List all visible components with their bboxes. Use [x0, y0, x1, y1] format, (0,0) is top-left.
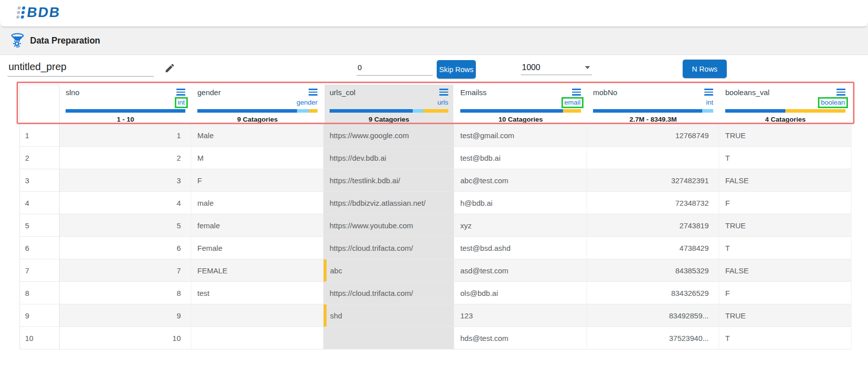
cell-mobNo[interactable]: 83492859... [587, 304, 719, 327]
cell-urls_col[interactable] [324, 327, 454, 349]
column-type-row: int [66, 98, 185, 107]
cell-urls_col[interactable]: https://bdbizviz.atlassian.net/ [324, 192, 454, 214]
cell-mobNo[interactable]: 84385329 [587, 259, 719, 282]
cell-urls_col[interactable]: abc [324, 259, 454, 282]
cell-Emailss[interactable]: h@bdb.ai [454, 192, 587, 214]
cell-slno[interactable]: 7 [60, 259, 191, 282]
cell-booleans_val[interactable]: TRUE [719, 214, 851, 237]
cell-Emailss[interactable]: asd@test.com [454, 259, 587, 282]
cell-mobNo[interactable]: 4738429 [587, 237, 719, 259]
cell-booleans_val[interactable]: T [719, 327, 851, 349]
column-type-row: urls [330, 98, 448, 107]
table-row: 88testhttps://cloud.trifacta.com/ols@bdb… [20, 282, 851, 304]
cell-mobNo[interactable]: 12768749 [587, 124, 719, 147]
column-menu-icon[interactable] [572, 89, 581, 95]
cell-gender[interactable]: M [191, 147, 324, 169]
column-title-row: booleans_val [725, 87, 845, 98]
cell-Emailss[interactable]: test@bsd.ashd [454, 237, 587, 259]
column-quality-bar[interactable] [330, 109, 448, 113]
column-name: slno [66, 88, 80, 97]
quality-bar-segment [702, 109, 713, 113]
cell-booleans_val[interactable]: T [719, 147, 851, 169]
cell-slno[interactable]: 8 [60, 282, 191, 304]
table-row: 77FEMALEabcasd@test.com84385329FALSE [20, 259, 851, 282]
cell-urls_col[interactable]: https://www.google.com [324, 124, 454, 147]
column-type-label: int [706, 99, 713, 106]
cell-slno[interactable]: 9 [60, 304, 191, 327]
cell-gender[interactable]: Male [191, 124, 324, 147]
cell-booleans_val[interactable]: TRUE [719, 124, 851, 147]
cell-urls_col[interactable]: https://cloud.trifacta.com/ [324, 282, 454, 304]
cell-slno[interactable]: 10 [60, 327, 191, 349]
cell-Emailss[interactable]: hds@test.com [454, 327, 587, 349]
column-quality-bar[interactable] [66, 109, 185, 113]
cell-Emailss[interactable]: abc@test.com [454, 169, 587, 192]
cell-urls_col[interactable]: https://www.youtube.com [324, 214, 454, 237]
cell-mobNo[interactable]: 72348732 [587, 192, 719, 214]
column-menu-icon[interactable] [836, 89, 845, 95]
cell-booleans_val[interactable]: F [719, 282, 851, 304]
cell-booleans_val[interactable]: FALSE [719, 169, 851, 192]
cell-Emailss[interactable]: test@gmail.com [454, 124, 587, 147]
column-stats: 2.7M - 8349.3M [593, 116, 713, 123]
cell-gender[interactable]: female [191, 214, 324, 237]
cell-gender[interactable]: Female [191, 237, 324, 259]
bdb-logo[interactable]: BDB [17, 5, 61, 21]
column-stats: 4 Catagories [725, 116, 845, 123]
cell-slno[interactable]: 4 [60, 192, 191, 214]
table-row: 44malehttps://bdbizviz.atlassian.net/h@b… [20, 192, 851, 214]
cell-urls_col[interactable]: https://testlink.bdb.ai/ [324, 169, 454, 192]
cell-mobNo[interactable]: 37523940... [587, 327, 719, 349]
column-quality-bar[interactable] [197, 109, 318, 113]
cell-Emailss[interactable]: test@bdb.ai [454, 147, 587, 169]
column-quality-bar[interactable] [725, 109, 845, 113]
cell-gender[interactable] [191, 304, 324, 327]
cell-booleans_val[interactable]: T [719, 237, 851, 259]
cell-mobNo[interactable]: 327482391 [587, 169, 719, 192]
column-header-Emailss[interactable]: Emailssemail10 Catagories [455, 85, 586, 123]
cell-slno[interactable]: 6 [60, 237, 191, 259]
cell-mobNo[interactable]: 834326529 [587, 282, 719, 304]
column-quality-bar[interactable] [593, 109, 713, 113]
edit-name-button[interactable] [163, 62, 176, 75]
cell-booleans_val[interactable]: FALSE [719, 259, 851, 282]
column-menu-icon[interactable] [704, 89, 713, 95]
cell-booleans_val[interactable]: TRUE [719, 304, 851, 327]
cell-gender[interactable]: male [191, 192, 324, 214]
column-header-gender[interactable]: gendergender9 Catagories [192, 85, 323, 123]
n-rows-select[interactable]: 1000 [521, 60, 592, 75]
cell-gender[interactable]: FEMALE [191, 259, 324, 282]
prep-name-input[interactable] [8, 61, 154, 77]
skip-rows-input[interactable] [357, 63, 433, 76]
column-quality-bar[interactable] [460, 109, 581, 113]
cell-Emailss[interactable]: ols@bdb.ai [454, 282, 587, 304]
skip-rows-button[interactable]: Skip Rows [437, 60, 476, 79]
column-menu-icon[interactable] [309, 89, 318, 95]
column-header-booleans_val[interactable]: booleans_valboolean4 Catagories [720, 85, 850, 123]
cell-Emailss[interactable]: xyz [454, 214, 587, 237]
cell-urls_col[interactable]: shd [324, 304, 454, 327]
cell-gender[interactable] [191, 327, 324, 349]
column-name: urls_col [330, 88, 356, 97]
cell-slno[interactable]: 5 [60, 214, 191, 237]
cell-booleans_val[interactable]: F [719, 192, 851, 214]
cell-mobNo[interactable] [587, 147, 719, 169]
n-rows-button[interactable]: N Rows [683, 60, 727, 78]
cell-urls_col[interactable]: https://cloud.trifacta.com/ [324, 237, 454, 259]
column-header-urls_col[interactable]: urls_colurls9 Catagories [325, 85, 453, 123]
cell-gender[interactable]: test [191, 282, 324, 304]
cell-mobNo[interactable]: 2743819 [587, 214, 719, 237]
cell-slno[interactable]: 2 [60, 147, 191, 169]
cell-Emailss[interactable]: 123 [454, 304, 587, 327]
cell-urls_col[interactable]: https://dev.bdb.ai [324, 147, 454, 169]
cell-gender[interactable]: F [191, 169, 324, 192]
quality-bar-segment [413, 109, 423, 113]
table-row: 11Malehttps://www.google.comtest@gmail.c… [20, 124, 851, 147]
cell-slno[interactable]: 1 [60, 124, 191, 147]
cell-slno[interactable]: 3 [60, 169, 191, 192]
column-menu-icon[interactable] [176, 89, 185, 95]
column-header-slno[interactable]: slnoint1 - 10 [61, 85, 190, 123]
column-header-mobNo[interactable]: mobNoint2.7M - 8349.3M [588, 85, 718, 123]
table-row: 66Femalehttps://cloud.trifacta.com/test@… [20, 237, 851, 259]
column-menu-icon[interactable] [439, 89, 448, 95]
